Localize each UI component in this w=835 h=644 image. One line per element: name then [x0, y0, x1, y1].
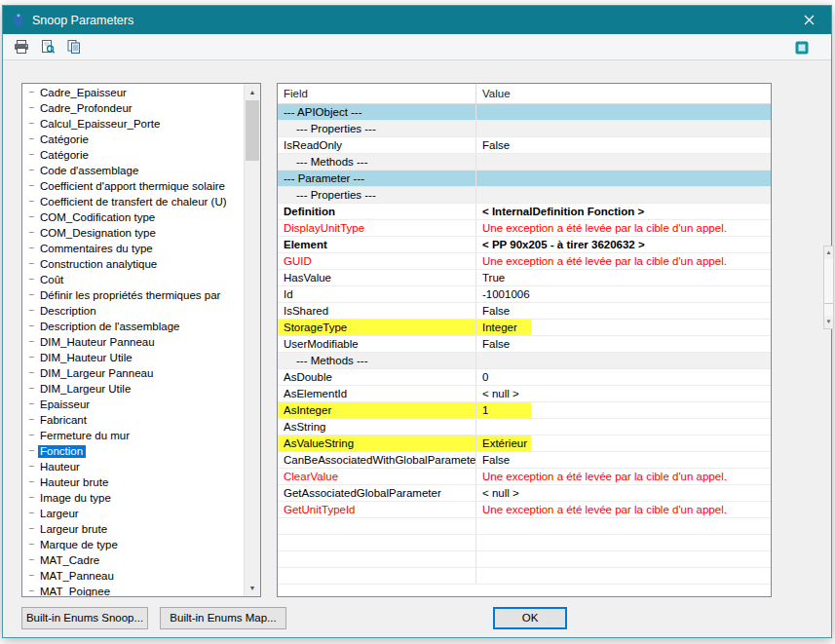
table-row[interactable]: CanBeAssociatedWithGlobalParametersFalse [278, 452, 771, 469]
table-row[interactable]: Id-1001006 [278, 286, 771, 303]
table-row[interactable]: UserModifiableFalse [278, 336, 771, 353]
table-row[interactable] [278, 551, 771, 568]
value-cell: Une exception a été levée par la cible d… [476, 469, 771, 484]
list-item[interactable]: COM_Designation type [22, 225, 244, 241]
print-preview-icon[interactable] [39, 39, 56, 56]
list-item[interactable]: Catégorie [22, 132, 244, 147]
ok-button[interactable]: OK [493, 607, 567, 629]
list-item[interactable]: MAT_Cadre [22, 552, 244, 568]
scroll-down-icon[interactable] [245, 580, 260, 596]
list-item[interactable]: Cadre_Epaisseur [22, 85, 244, 100]
list-item[interactable]: Coût [22, 272, 244, 287]
table-row[interactable]: AsInteger1 [278, 402, 771, 419]
scroll-up-icon[interactable] [245, 84, 260, 100]
field-cell: GetAssociatedGlobalParameter [278, 485, 476, 501]
list-item[interactable]: Marque de type [22, 537, 244, 552]
list-item[interactable]: DIM_Hauteur Utile [22, 350, 244, 365]
field-cell: GetUnitTypeId [278, 502, 476, 517]
table-row[interactable]: --- APIObject --- [278, 104, 771, 121]
list-item[interactable]: Commentaires du type [22, 241, 244, 256]
list-item[interactable]: Cadre_Profondeur [22, 100, 244, 116]
window-title: Snoop Parameters [32, 14, 133, 27]
table-row[interactable]: --- Parameter --- [278, 170, 771, 187]
field-cell: Definition [278, 204, 476, 219]
field-cell: --- Methods --- [278, 154, 476, 170]
value-cell: Integer [476, 320, 771, 335]
field-cell: --- Methods --- [278, 353, 476, 368]
table-row[interactable]: IsSharedFalse [278, 303, 771, 320]
bg-scroll-up-icon[interactable] [824, 246, 833, 259]
table-row[interactable]: AsElementId< null > [278, 386, 771, 402]
list-item[interactable]: Catégorie [22, 147, 244, 163]
column-header-value[interactable]: Value [476, 84, 771, 103]
copy-icon[interactable] [65, 39, 82, 56]
list-item[interactable]: COM_Codification type [22, 209, 244, 225]
table-row[interactable]: DisplayUnitTypeUne exception a été levée… [278, 220, 771, 237]
value-cell [476, 187, 771, 203]
table-row[interactable]: --- Properties --- [278, 187, 771, 204]
table-row[interactable] [278, 535, 771, 551]
table-row[interactable] [278, 568, 771, 585]
list-item[interactable]: Coefficient d'apport thermique solaire [22, 178, 244, 194]
list-item[interactable]: Largeur brute [22, 521, 244, 537]
table-row[interactable] [278, 518, 771, 535]
table-row[interactable]: HasValueTrue [278, 270, 771, 286]
table-row[interactable]: ClearValueUne exception a été levée par … [278, 469, 771, 485]
value-cell: True [476, 270, 771, 285]
scroll-thumb[interactable] [246, 100, 259, 161]
field-cell: AsInteger [278, 402, 476, 418]
table-row[interactable]: GetUnitTypeIdUne exception a été levée p… [278, 502, 771, 518]
list-scrollbar[interactable] [244, 84, 260, 596]
value-cell: Une exception a été levée par la cible d… [476, 502, 771, 517]
table-body: --- APIObject ------ Properties ---IsRea… [278, 104, 771, 585]
column-header-field[interactable]: Field [278, 84, 476, 103]
table-row[interactable]: StorageTypeInteger [278, 320, 771, 336]
list-item[interactable]: Code d'assemblage [22, 163, 244, 178]
value-cell: -1001006 [476, 286, 771, 302]
list-item[interactable]: Définir les propriétés thermiques par [22, 287, 244, 303]
table-row[interactable]: AsValueStringExtérieur [278, 436, 771, 452]
table-row[interactable]: --- Methods --- [278, 353, 771, 369]
list-item[interactable]: MAT_Poignee [22, 584, 244, 596]
bg-scroll-down-icon[interactable] [824, 316, 833, 328]
table-row[interactable]: --- Properties --- [278, 121, 771, 137]
field-cell: AsString [278, 419, 476, 435]
list-item[interactable]: Coefficient de transfert de chaleur (U) [22, 194, 244, 209]
field-cell: GUID [278, 253, 476, 269]
table-row[interactable]: AsDouble0 [278, 369, 771, 386]
field-cell: --- Properties --- [278, 187, 476, 203]
teal-square-icon[interactable] [793, 39, 810, 56]
parameter-list: Cadre_EpaisseurCadre_ProfondeurCalcul_Ep… [21, 83, 261, 597]
list-item[interactable]: DIM_Largeur Utile [22, 381, 244, 397]
table-row[interactable]: AsString [278, 419, 771, 436]
list-item[interactable]: Epaisseur [22, 397, 244, 412]
value-cell [476, 104, 771, 120]
list-item[interactable]: Hauteur brute [22, 474, 244, 490]
list-item[interactable]: Fonction [22, 443, 244, 459]
built-in-enums-snoop-button[interactable]: Built-in Enums Snoop... [21, 607, 148, 629]
list-item[interactable]: DIM_Hauteur Panneau [22, 334, 244, 350]
table-row[interactable]: Element< PP 90x205 - à tirer 3620632 > [278, 237, 771, 253]
list-item[interactable]: Fermeture du mur [22, 428, 244, 443]
field-cell: ClearValue [278, 469, 476, 484]
table-row[interactable]: GUIDUne exception a été levée par la cib… [278, 253, 771, 270]
list-item[interactable]: Largeur [22, 506, 244, 521]
list-item[interactable]: Fabricant [22, 412, 244, 428]
list-item[interactable]: MAT_Panneau [22, 568, 244, 584]
built-in-enums-map-button[interactable]: Built-in Enums Map... [160, 607, 286, 629]
table-row[interactable]: IsReadOnlyFalse [278, 137, 771, 154]
list-item[interactable]: Construction analytique [22, 256, 244, 272]
table-row[interactable]: --- Methods --- [278, 154, 771, 170]
list-item[interactable]: Image du type [22, 490, 244, 506]
print-icon[interactable] [13, 39, 29, 56]
table-row[interactable]: GetAssociatedGlobalParameter< null > [278, 485, 771, 502]
list-item[interactable]: Calcul_Epaisseur_Porte [22, 116, 244, 132]
list-item[interactable]: Description de l'assemblage [22, 319, 244, 334]
value-cell [476, 518, 771, 534]
list-item[interactable]: Hauteur [22, 459, 244, 474]
table-row[interactable]: Definition< InternalDefinition Fonction … [278, 204, 771, 220]
field-cell: UserModifiable [278, 336, 476, 352]
list-item[interactable]: DIM_Largeur Panneau [22, 365, 244, 381]
list-item[interactable]: Description [22, 303, 244, 319]
close-button[interactable] [787, 6, 831, 34]
